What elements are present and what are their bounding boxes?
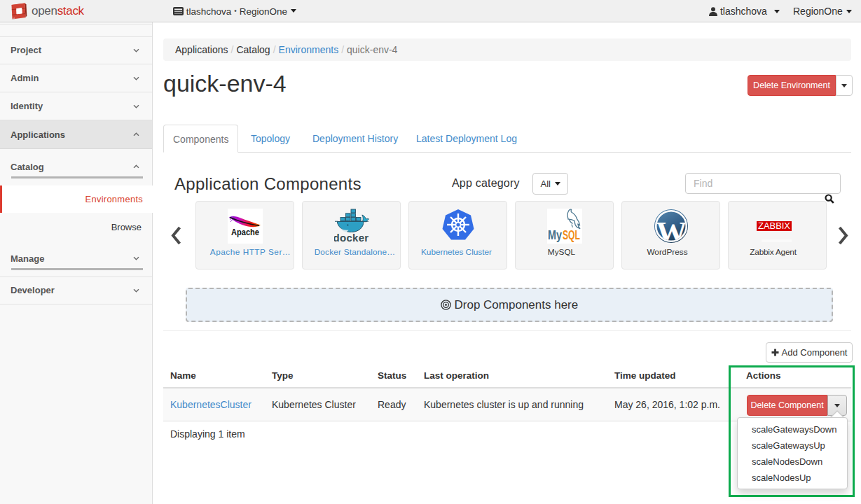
svg-text:ZABBIX: ZABBIX <box>758 221 790 231</box>
svg-text:W: W <box>656 216 687 244</box>
svg-text:docker: docker <box>334 232 369 244</box>
svg-text:My: My <box>548 227 562 242</box>
svg-text:Apache: Apache <box>231 227 259 237</box>
svg-text:SQL: SQL <box>563 227 580 242</box>
